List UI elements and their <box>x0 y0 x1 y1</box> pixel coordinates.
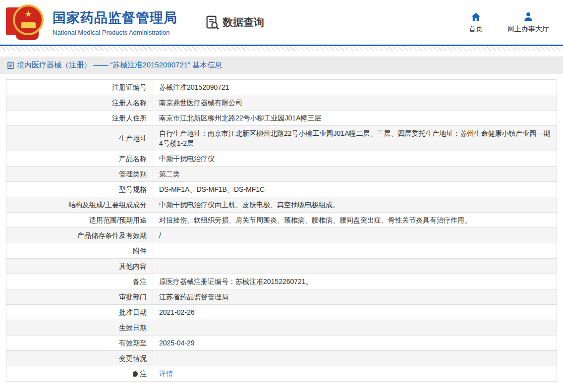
row-label-text: 适用范围/预期用途 <box>89 216 147 224</box>
row-label-text: 产品储存条件及有效期 <box>77 231 147 239</box>
site-logo-link[interactable]: ★ 国家药品监督管理局 National Medical Products Ad… <box>6 4 177 40</box>
org-name-en: National Medical Products Administration <box>53 29 177 36</box>
emblem-disc: ★ <box>13 4 44 35</box>
org-name-cn: 国家药品监督管理局 <box>53 9 177 27</box>
row-label-text: 备注 <box>133 278 147 285</box>
row-value: 2021-02-26 <box>153 305 557 320</box>
table-row: 变更情况 <box>6 351 557 366</box>
top-nav: 首页 网上办事大厅 <box>466 11 549 34</box>
row-label: 注 <box>6 366 153 382</box>
row-label: 结构及组成/主要组成成分 <box>6 197 153 213</box>
page: ★ 国家药品监督管理局 National Medical Products Ad… <box>0 0 563 382</box>
info-table-body: 注册证编号 苏械注准20152090721 注册人名称 南京鼎世医疗器械有限公司… <box>6 80 557 382</box>
data-query-link[interactable]: 数据查询 <box>205 15 264 30</box>
table-row: 注 详情 <box>6 366 557 382</box>
gate-shape <box>21 22 36 28</box>
row-value <box>153 351 557 366</box>
table-row: 生效日期 <box>6 320 557 336</box>
nav-home[interactable]: 首页 <box>466 11 486 34</box>
table-row: 附件 <box>6 243 557 259</box>
document-icon <box>7 61 14 69</box>
row-label-text: 审批部门 <box>119 293 147 301</box>
table-row: 注册人住所 南京市江北新区柳州北路22号小柳工业园J01A幢三层 <box>6 111 557 126</box>
table-row: 结构及组成/主要组成成分 中频干扰电治疗仪由主机、皮肤电极、真空抽吸电极组成。 <box>6 197 557 213</box>
table-row: 型号规格 DS-MF1A、DS-MF1B、DS-MF1C <box>6 182 557 197</box>
table-row: 适用范围/预期用途 对扭挫伤、软组织劳损、肩关节周围炎、颈椎病、腰椎病、腰间盘突… <box>6 213 557 228</box>
breadcrumb-text: 境内医疗器械（注册） —— “苏械注准20152090721” 基本信息 <box>17 60 222 70</box>
row-label-text: 生效日期 <box>119 324 147 332</box>
document-search-icon <box>205 15 220 30</box>
stripe-divider <box>0 46 563 51</box>
row-label-text: 注册证编号 <box>112 83 147 91</box>
row-label-text: 型号规格 <box>119 185 147 193</box>
row-value: 自行生产地址：南京市江北新区柳州北路22号小柳工业园J01A幢二层、三层、四层委… <box>153 126 557 151</box>
row-label-text: 其他内容 <box>119 262 147 270</box>
row-value: 对扭挫伤、软组织劳损、肩关节周围炎、颈椎病、腰椎病、腰间盘突出症、骨性关节炎具有… <box>153 213 557 228</box>
row-label: 注册人名称 <box>6 95 153 111</box>
row-label: 审批部门 <box>6 289 153 305</box>
row-value: 南京市江北新区柳州北路22号小柳工业园J01A幢三层 <box>153 111 557 126</box>
row-label: 产品储存条件及有效期 <box>6 228 153 243</box>
site-header: ★ 国家药品监督管理局 National Medical Products Ad… <box>0 0 563 46</box>
row-label: 适用范围/预期用途 <box>6 213 153 228</box>
row-label: 注册证编号 <box>6 80 153 95</box>
national-emblem-logo: ★ <box>6 4 47 40</box>
row-value <box>153 320 557 336</box>
table-row: 批准日期 2021-02-26 <box>6 305 557 320</box>
row-label-text: 有效期至 <box>119 339 147 347</box>
nav-service-hall-label: 网上办事大厅 <box>507 25 549 34</box>
table-row: 有效期至 2025-04-29 <box>6 336 557 351</box>
note-icon <box>133 371 138 377</box>
breadcrumb: 境内医疗器械（注册） —— “苏械注准20152090721” 基本信息 <box>0 56 563 74</box>
table-row: 其他内容 <box>6 259 557 274</box>
row-label-text: 注册人名称 <box>112 99 147 107</box>
row-value: 原医疗器械注册证编号：苏械注准20152260721。 <box>153 274 557 289</box>
detail-link[interactable]: 详情 <box>159 370 173 378</box>
row-label-text: 附件 <box>133 247 147 255</box>
table-row: 管理类别 第二类 <box>6 167 557 182</box>
row-value: 江苏省药品监督管理局 <box>153 289 557 305</box>
table-row: 生产地址 自行生产地址：南京市江北新区柳州北路22号小柳工业园J01A幢二层、三… <box>6 126 557 151</box>
row-value: 中频干扰电治疗仪由主机、皮肤电极、真空抽吸电极组成。 <box>153 197 557 213</box>
nav-home-label: 首页 <box>469 25 483 34</box>
row-value: 第二类 <box>153 167 557 182</box>
row-label: 批准日期 <box>6 305 153 320</box>
table-row: 产品名称 中频干扰电治疗仪 <box>6 151 557 167</box>
row-label: 生产地址 <box>6 126 153 151</box>
row-value: 详情 <box>153 366 557 382</box>
row-value: 中频干扰电治疗仪 <box>153 151 557 167</box>
row-label: 备注 <box>6 274 153 289</box>
row-value: DS-MF1A、DS-MF1B、DS-MF1C <box>153 182 557 197</box>
row-label-text: 管理类别 <box>119 170 147 178</box>
row-label: 型号规格 <box>6 182 153 197</box>
row-label: 其他内容 <box>6 259 153 274</box>
row-label: 产品名称 <box>6 151 153 167</box>
brand-text: 国家药品监督管理局 National Medical Products Admi… <box>53 9 177 36</box>
user-icon <box>523 11 534 22</box>
row-label-text: 结构及组成/主要组成成分 <box>68 201 147 209</box>
row-label-text: 产品名称 <box>119 155 147 163</box>
row-label: 有效期至 <box>6 336 153 351</box>
nav-service-hall[interactable]: 网上办事大厅 <box>507 11 549 34</box>
table-row: 备注 原医疗器械注册证编号：苏械注准20152260721。 <box>6 274 557 289</box>
home-icon <box>470 11 481 22</box>
row-label: 管理类别 <box>6 167 153 182</box>
row-value <box>153 259 557 274</box>
table-row: 注册证编号 苏械注准20152090721 <box>6 80 557 95</box>
star-icon: ★ <box>24 9 32 18</box>
table-row: 审批部门 江苏省药品监督管理局 <box>6 289 557 305</box>
row-value: / <box>153 228 557 243</box>
row-label: 注册人住所 <box>6 111 153 126</box>
data-query-label: 数据查询 <box>223 15 264 29</box>
row-label-text: 变更情况 <box>119 354 147 362</box>
table-row: 产品储存条件及有效期 / <box>6 228 557 243</box>
table-row: 注册人名称 南京鼎世医疗器械有限公司 <box>6 95 557 111</box>
row-label-text: 生产地址 <box>119 134 147 142</box>
row-label: 生效日期 <box>6 320 153 336</box>
row-value: 苏械注准20152090721 <box>153 80 557 95</box>
row-value: 南京鼎世医疗器械有限公司 <box>153 95 557 111</box>
row-label-text: 注 <box>140 370 147 378</box>
row-value <box>153 243 557 259</box>
row-label-text: 注册人住所 <box>112 114 147 122</box>
row-label: 附件 <box>6 243 153 259</box>
